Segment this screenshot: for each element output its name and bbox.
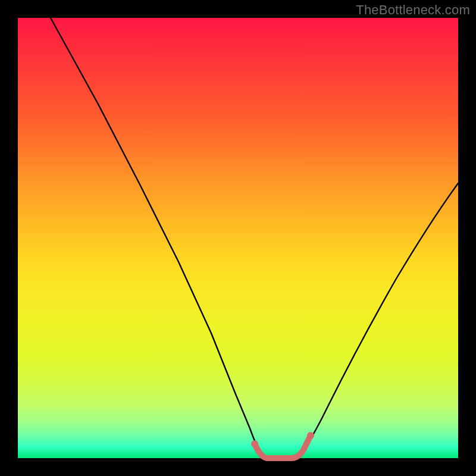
flat-region-start-dot	[251, 440, 258, 447]
curve-svg	[18, 18, 458, 458]
chart-frame: TheBottleneck.com	[0, 0, 476, 476]
bottleneck-curve	[51, 18, 458, 458]
flat-region-end-dot	[307, 432, 314, 439]
plot-area	[18, 18, 458, 458]
flat-region-highlight	[255, 436, 311, 458]
watermark-text: TheBottleneck.com	[356, 2, 470, 18]
